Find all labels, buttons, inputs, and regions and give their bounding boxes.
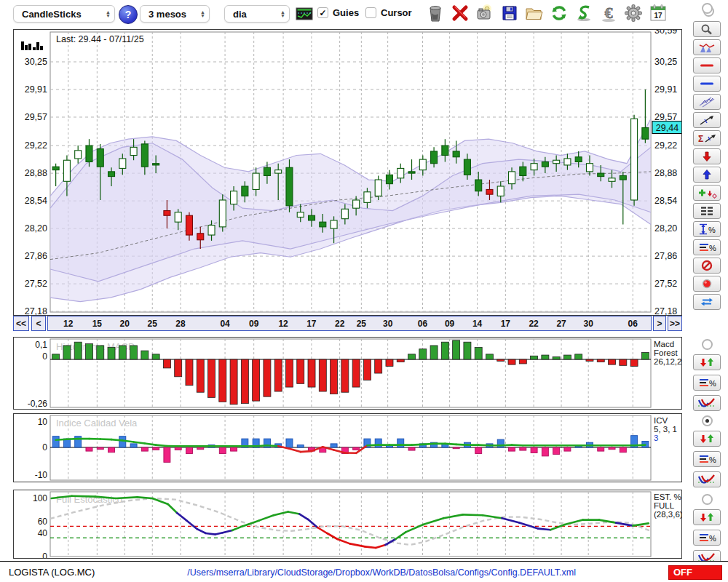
symbol-label: LOGISTA (LOG.MC) [9, 567, 95, 578]
svg-text:30,25: 30,25 [25, 57, 47, 67]
macd-signals-button[interactable] [693, 354, 721, 370]
trendline-tool-button[interactable] [693, 112, 721, 128]
toolbar: CandleSticks ▲▼ ? 3 mesos ▲▼ dia ▲▼ ✓ Gu… [0, 0, 728, 28]
candle [497, 186, 504, 196]
icv-bar [297, 445, 304, 447]
stoch-signals-button[interactable] [693, 509, 721, 525]
macd-bar [230, 359, 237, 404]
help-button[interactable]: ? [119, 5, 138, 24]
candle [219, 200, 226, 227]
delete-x-icon[interactable] [449, 2, 471, 24]
macd-histogram-panel[interactable]: Histograma MACD0,10-0,26MacdForest26,12,… [13, 337, 682, 410]
record-button[interactable] [693, 276, 721, 292]
svg-text:29,22: 29,22 [654, 140, 677, 151]
stoch-lines-percent-button[interactable]: % [693, 530, 721, 546]
period-select[interactable]: 3 mesos ▲▼ [140, 5, 210, 23]
vertical-range-percent-button[interactable]: % [693, 221, 721, 237]
macd-bar [331, 359, 338, 394]
macd-radio[interactable] [702, 339, 713, 350]
x-axis-tick: 25 [143, 319, 161, 329]
x-axis-tick: 22 [525, 319, 542, 329]
icv-watermark: Indice Calidad Vela [56, 418, 138, 428]
nav-prev-button[interactable]: < [31, 316, 46, 331]
nav-last-button[interactable]: >> [668, 316, 682, 331]
candle [442, 146, 448, 155]
icv-curve-button[interactable] [693, 471, 721, 487]
zoom-tool-button[interactable] [693, 21, 721, 37]
x-axis-tick-strip[interactable]: 1215202528040912172225300609141722273006 [47, 316, 652, 331]
chart-type-select[interactable]: CandleSticks ▲▼ [13, 5, 115, 23]
add-signals-button[interactable] [693, 185, 721, 201]
mini-chart-icon[interactable] [293, 3, 315, 25]
drawing-tools-sidebar: Σ % % [689, 3, 725, 310]
macd-lines-percent-button[interactable]: % [693, 375, 721, 391]
dashed-rows-button[interactable] [693, 203, 721, 219]
candle [286, 167, 293, 206]
x-axis-tick: 27 [553, 319, 570, 329]
x-axis-tick: 30 [379, 319, 397, 329]
candle [609, 178, 615, 181]
x-axis-navbar: << < 12152025280409121722253006091417222… [13, 316, 682, 331]
calendar-icon[interactable]: 17 [647, 2, 669, 24]
sidebar-radio[interactable] [702, 3, 713, 14]
cursor-checkbox[interactable]: Cursor [365, 7, 412, 18]
off-toggle-badge[interactable]: OFF [668, 565, 722, 580]
icv-bar [520, 447, 526, 450]
nav-first-button[interactable]: << [13, 316, 29, 331]
macd-bar [141, 351, 149, 359]
candle [253, 173, 259, 189]
refresh-icon[interactable] [548, 2, 570, 24]
svg-text:0: 0 [42, 351, 47, 362]
nav-next-button[interactable]: > [653, 316, 666, 331]
icv-radio-selected[interactable] [702, 415, 713, 426]
trash-icon[interactable] [424, 2, 446, 24]
macd-bar [108, 347, 115, 359]
guies-checkbox[interactable]: ✓ Guies [317, 7, 359, 18]
price-volume-tool-button[interactable] [693, 39, 721, 55]
save-floppy-icon[interactable] [499, 2, 521, 24]
channel-tool-button[interactable] [693, 94, 721, 110]
macd-bar [641, 352, 649, 359]
last-label: Last: 29.44 - 07/11/25 [56, 34, 144, 44]
x-axis-tick: 15 [88, 319, 106, 329]
icv-bar [564, 447, 571, 451]
timeframe-select[interactable]: dia ▲▼ [224, 5, 290, 23]
arrow-up-blue-button[interactable] [693, 167, 721, 183]
snapshot-camera-icon[interactable] [474, 2, 496, 24]
swap-refresh-button[interactable] [693, 294, 721, 310]
lines-percent-button[interactable]: % [693, 239, 721, 255]
candle [130, 147, 137, 155]
icv-bar [620, 447, 626, 453]
candle [586, 164, 593, 172]
icv-bar [553, 447, 560, 455]
settings-gear-icon[interactable] [622, 2, 644, 24]
macd-curve-button[interactable] [693, 395, 721, 411]
icv-panel[interactable]: Indice Calidad Vela100-10ICV5, 3, 13 [13, 413, 682, 482]
x-axis-tick: 20 [116, 319, 133, 329]
svg-text:30,25: 30,25 [654, 57, 677, 67]
icv-bar [375, 439, 381, 447]
toolbar-icon-strip: € 17 [424, 2, 669, 24]
forbid-tool-button[interactable] [693, 258, 721, 274]
candle [141, 144, 148, 167]
macd-bar [175, 359, 182, 377]
icv-lines-percent-button[interactable]: % [693, 451, 721, 467]
macd-bar [408, 354, 416, 359]
red-hline-tool-button[interactable] [693, 57, 721, 73]
candle [408, 172, 415, 173]
open-folder-icon[interactable] [523, 2, 545, 24]
icv-signals-button[interactable] [693, 431, 721, 447]
stochastic-panel[interactable]: Full Estocastico10060400EST. %FULL(28,3,… [13, 490, 682, 559]
stoch-k-line [206, 533, 215, 535]
stoch-radio[interactable] [702, 494, 713, 505]
candle [631, 119, 638, 200]
macd-bar [285, 359, 293, 387]
revert-icon[interactable] [573, 2, 595, 24]
svg-text:%: % [709, 534, 716, 543]
main-candlestick-chart[interactable]: 30,2529,9129,5729,2228,8828,5428,2027,86… [13, 29, 682, 316]
euro-icon[interactable]: € [598, 2, 620, 24]
arrow-down-red-button[interactable] [693, 148, 721, 164]
macd-bar [508, 359, 515, 364]
blue-hline-tool-button[interactable] [693, 76, 721, 92]
sum-trend-tool-button[interactable]: Σ [693, 130, 721, 146]
